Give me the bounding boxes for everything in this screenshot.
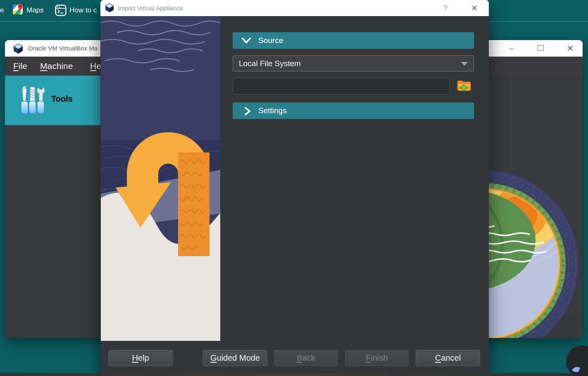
maximize-icon (538, 45, 543, 51)
virtualbox-cube-icon (105, 3, 114, 14)
taskbar-strip[interactable] (0, 373, 588, 376)
import-arrow-illustration (101, 16, 220, 341)
folder-open-icon (456, 78, 472, 94)
terminal-window-icon (55, 5, 67, 16)
choose-file-button[interactable] (456, 78, 472, 94)
source-section-header[interactable]: Source (233, 32, 474, 49)
menu-help[interactable]: He (90, 57, 101, 76)
finish-button[interactable]: Finish (345, 350, 409, 366)
source-dropdown[interactable]: Local File System (233, 55, 474, 71)
cancel-button[interactable]: Cancel (416, 350, 480, 366)
settings-section-header[interactable]: Settings (233, 102, 474, 119)
maximize-button[interactable] (531, 40, 550, 57)
menu-machine[interactable]: Machine (40, 57, 73, 76)
dialog-help-button[interactable]: ? (436, 0, 455, 16)
source-dropdown-value: Local File System (239, 56, 301, 71)
dialog-close-button[interactable]: ✕ (464, 0, 485, 16)
tools-icon (20, 86, 45, 117)
import-appliance-dialog: Import Virtual Appliance ? ✕ (100, 0, 489, 373)
dialog-titlebar[interactable]: Import Virtual Appliance ? ✕ (100, 0, 489, 16)
source-header-label: Source (258, 32, 283, 49)
back-button[interactable]: Back (274, 350, 338, 366)
floating-action-button[interactable] (566, 345, 588, 376)
minimize-button[interactable]: – (502, 40, 521, 57)
file-path-input[interactable] (233, 78, 450, 95)
tools-label: Tools (51, 94, 73, 104)
chevron-down-icon (241, 36, 252, 47)
guided-mode-button[interactable]: Guided Mode (203, 350, 267, 366)
manager-window-title: Oracle VM VirtualBox Ma (28, 40, 102, 57)
help-button[interactable]: Help (108, 350, 173, 366)
tab-maps[interactable]: Maps (26, 4, 44, 17)
close-button[interactable]: ✕ (561, 40, 580, 57)
google-maps-icon (12, 3, 23, 17)
virtualbox-cube-icon (13, 43, 23, 56)
clipped-tab-text[interactable]: e (0, 4, 4, 17)
dropdown-caret-icon (461, 62, 468, 66)
tab-how-to[interactable]: How to c (69, 4, 100, 17)
menu-file[interactable]: File (13, 57, 27, 76)
dialog-title: Import Virtual Appliance (118, 0, 183, 16)
chevron-right-icon (243, 107, 252, 118)
settings-header-label: Settings (258, 102, 287, 119)
